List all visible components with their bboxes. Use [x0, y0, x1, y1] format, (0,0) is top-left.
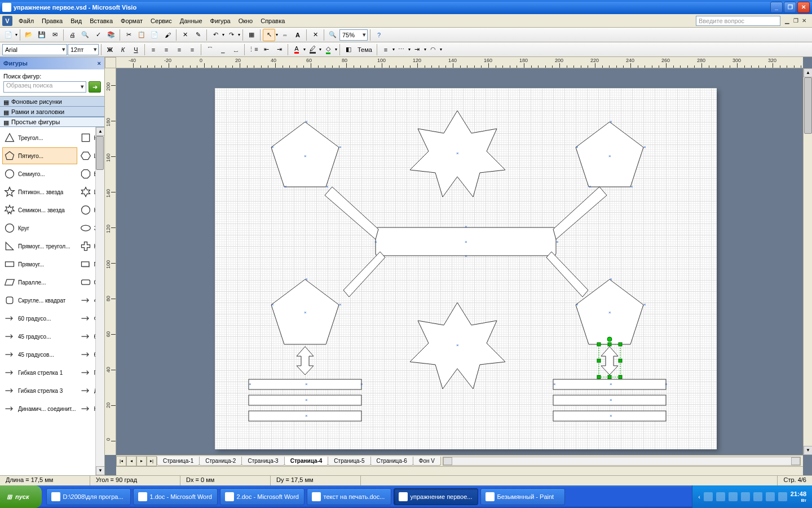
- shapes-search-button[interactable]: ➜: [89, 81, 101, 93]
- bold-button[interactable]: Ж: [104, 43, 116, 56]
- scroll-down-icon[interactable]: ▼: [96, 466, 104, 475]
- line-color-button[interactable]: 🖊: [306, 43, 319, 56]
- shapes-search-input[interactable]: Образец поиска: [3, 81, 86, 93]
- taskbar-task[interactable]: 1.doc - Microsoft Word: [133, 488, 218, 505]
- shape-item[interactable]: 45 градусов...: [2, 346, 77, 363]
- shape-item[interactable]: Гибкая стрелка 1: [2, 364, 77, 381]
- shape-item[interactable]: Паралле...: [2, 274, 77, 291]
- tray-expand-icon[interactable]: ‹: [698, 493, 700, 500]
- underline-button[interactable]: Ч: [130, 43, 142, 56]
- stencil-bar[interactable]: ▦Рамки и заголовки: [0, 107, 104, 117]
- scroll-down-arrow-icon[interactable]: ▼: [804, 446, 812, 455]
- system-tray[interactable]: ‹ 21:48Вт: [692, 485, 812, 508]
- menu-insert[interactable]: Вставка: [86, 16, 117, 26]
- page-tab[interactable]: Страница-6: [370, 457, 413, 466]
- drawing-viewport[interactable]: ×××××× ×××××× × ××××× ××××: [116, 68, 803, 455]
- redo-button[interactable]: ↷: [225, 29, 237, 41]
- indent-left-button[interactable]: ⇤: [260, 43, 272, 56]
- shape-item[interactable]: Треугол...: [2, 129, 77, 146]
- format-painter-button[interactable]: 🖌: [161, 29, 174, 41]
- shapes-window-button[interactable]: ▦: [245, 29, 258, 41]
- valign-mid-button[interactable]: ⎯: [217, 43, 229, 56]
- start-button[interactable]: ⊞ пуск: [0, 485, 42, 508]
- print-preview-button[interactable]: 🔍: [79, 29, 91, 41]
- menu-format[interactable]: Формат: [117, 16, 147, 26]
- shape-item[interactable]: Прямоуг... треугол...: [2, 238, 77, 255]
- horizontal-scrollbar[interactable]: [116, 466, 803, 475]
- font-size-combo[interactable]: 12пт: [68, 44, 99, 55]
- italic-button[interactable]: К: [117, 43, 129, 56]
- fill-color-button[interactable]: ◇: [322, 43, 334, 56]
- page-tab-scrollbar[interactable]: [443, 457, 801, 466]
- spellcheck-button[interactable]: ✓: [92, 29, 104, 41]
- mdi-minimize[interactable]: ▁: [784, 17, 791, 24]
- last-page-button[interactable]: ▸|: [147, 456, 157, 466]
- zoom-combo[interactable]: 75%: [339, 29, 368, 41]
- shape-item[interactable]: 60 градусо...: [2, 310, 77, 327]
- help-search-box[interactable]: Введите вопрос: [696, 16, 780, 26]
- theme-button[interactable]: ◧: [342, 43, 355, 56]
- tray-icon[interactable]: [729, 492, 738, 501]
- menu-tools[interactable]: Сервис: [147, 16, 176, 26]
- copy-button[interactable]: 📋: [135, 29, 148, 41]
- page-tab[interactable]: Страница-1: [157, 457, 200, 466]
- line-weight-button[interactable]: ≡: [379, 43, 392, 56]
- shape-item[interactable]: Скругле... квадрат: [2, 292, 77, 309]
- first-page-button[interactable]: |◂: [116, 456, 126, 466]
- shape-item[interactable]: Динамич... соединит...: [2, 400, 77, 417]
- menu-help[interactable]: Справка: [257, 16, 289, 26]
- vertical-ruler[interactable]: 200180160140120100806040200-20: [105, 68, 116, 455]
- next-page-button[interactable]: ▸: [136, 456, 147, 466]
- undo-button[interactable]: ↶: [209, 29, 222, 41]
- bullets-button[interactable]: ⋮≡: [247, 43, 259, 56]
- taskbar-task[interactable]: текст на печать.doc...: [307, 488, 391, 505]
- taskbar-clock[interactable]: 21:48Вт: [791, 490, 806, 503]
- help-button[interactable]: ?: [373, 29, 385, 41]
- shape-item[interactable]: Пятиуго...: [2, 147, 77, 164]
- pencil-button[interactable]: ✎: [192, 29, 204, 41]
- line-pattern-button[interactable]: ⋯: [395, 43, 408, 56]
- delete-button[interactable]: ✕: [179, 29, 191, 41]
- valign-bot-button[interactable]: ⎵: [230, 43, 242, 56]
- drawing-page[interactable]: ×××××× ×××××× × ××××× ××××: [215, 88, 717, 449]
- stencil-bar[interactable]: ▦Фоновые рисунки: [0, 97, 104, 107]
- prev-page-button[interactable]: ◂: [126, 456, 136, 466]
- connector-tool-button[interactable]: ⎓: [279, 29, 291, 41]
- mdi-restore[interactable]: ❐: [792, 17, 799, 24]
- paste-button[interactable]: 📄: [148, 29, 161, 41]
- shape-item[interactable]: Гибкая стрелка 3: [2, 382, 77, 399]
- shape-item[interactable]: 45 градусо...: [2, 328, 77, 345]
- vertical-scrollbar[interactable]: ▲ ▼: [803, 68, 812, 455]
- shape-item[interactable]: Семикон... звезда: [2, 202, 77, 218]
- v-scroll-thumb[interactable]: [804, 77, 812, 134]
- page-tab[interactable]: Фон V: [413, 457, 441, 466]
- shapes-panel-close[interactable]: ×: [98, 60, 101, 67]
- horizontal-ruler[interactable]: -40-200204060801001201401601802002202402…: [116, 57, 803, 68]
- scroll-up-arrow-icon[interactable]: ▲: [804, 68, 812, 77]
- menu-view[interactable]: Вид: [67, 16, 86, 26]
- align-justify-button[interactable]: ≡: [186, 43, 198, 56]
- cut-button[interactable]: ✂: [122, 29, 135, 41]
- close-button[interactable]: ✕: [797, 2, 810, 13]
- maximize-button[interactable]: ❐: [784, 2, 796, 13]
- tray-icon[interactable]: [704, 492, 713, 501]
- visio-menu-icon[interactable]: V: [2, 16, 12, 26]
- save-button[interactable]: 💾: [36, 29, 48, 41]
- tray-icon[interactable]: [716, 492, 725, 501]
- shape-item[interactable]: Круг: [2, 220, 77, 237]
- page-tab[interactable]: Страница-5: [328, 457, 370, 466]
- page-tab[interactable]: Страница-4: [284, 457, 329, 466]
- menu-edit[interactable]: Правка: [38, 16, 67, 26]
- align-right-button[interactable]: ≡: [173, 43, 186, 56]
- page-tab[interactable]: Страница-2: [199, 457, 242, 466]
- tray-icon[interactable]: [753, 492, 762, 501]
- align-center-button[interactable]: ≡: [160, 43, 173, 56]
- taskbar-task[interactable]: упражнение первое...: [394, 488, 478, 505]
- font-color-button[interactable]: A: [290, 43, 303, 56]
- menu-window[interactable]: Окно: [235, 16, 257, 26]
- menu-shape[interactable]: Фигура: [206, 16, 235, 26]
- page-tab[interactable]: Страница-3: [241, 457, 284, 466]
- text-tool-button[interactable]: A: [292, 29, 304, 41]
- open-button[interactable]: 📂: [23, 29, 35, 41]
- print-button[interactable]: 🖨: [66, 29, 78, 41]
